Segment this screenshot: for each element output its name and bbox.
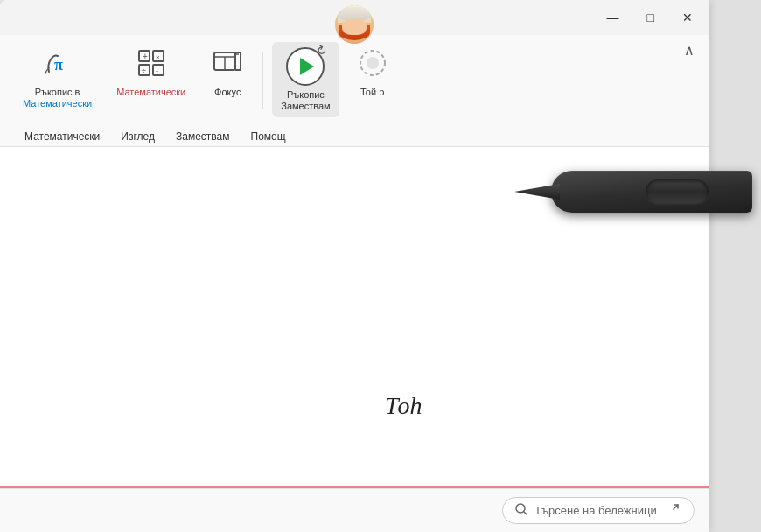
ribbon-item-partial[interactable]: Той р xyxy=(346,42,399,103)
math-label: Математически xyxy=(116,87,185,98)
ribbon-item-replay[interactable]: ↻ Ръкопис Замествам xyxy=(272,42,339,117)
ribbon: π Ръкопис в Математически xyxy=(0,35,709,147)
math-icon: + × ÷ - xyxy=(136,47,167,83)
right-edge xyxy=(709,0,761,532)
maximize-button[interactable]: □ xyxy=(642,7,660,28)
focus-icon xyxy=(212,47,243,83)
svg-text:-: - xyxy=(156,66,158,75)
svg-rect-4 xyxy=(153,65,164,75)
handwriting-math-label: Ръкопис в Математически xyxy=(23,87,92,109)
svg-point-13 xyxy=(367,57,379,69)
ribbon-item-math[interactable]: + × ÷ - Математически xyxy=(108,42,194,103)
ribbon-separator-1 xyxy=(262,52,263,108)
ribbon-item-focus[interactable]: Фокус xyxy=(201,42,254,103)
svg-text:+: + xyxy=(143,52,148,61)
minimize-button[interactable]: — xyxy=(602,7,625,28)
tab-help[interactable]: Помощ xyxy=(241,127,297,146)
svg-line-15 xyxy=(524,512,527,514)
ribbon-items: π Ръкопис в Математически xyxy=(14,42,695,121)
tab-math[interactable]: Математически xyxy=(14,127,110,146)
notebook-area[interactable]: Тоh xyxy=(0,147,709,488)
handwriting-math-icon: π xyxy=(42,47,73,83)
main-window: — □ ✕ π Ръкопис в Математически xyxy=(0,0,709,532)
search-box[interactable]: Търсене на бележници xyxy=(502,497,695,524)
tab-replace[interactable]: Замествам xyxy=(165,127,241,146)
bottom-bar: Търсене на бележници xyxy=(0,488,709,532)
svg-text:×: × xyxy=(156,53,160,61)
partial-icon xyxy=(357,47,388,83)
title-bar: — □ ✕ xyxy=(0,0,709,35)
focus-label: Фокус xyxy=(214,87,241,98)
ribbon-item-handwriting-math[interactable]: π Ръкопис в Математически xyxy=(14,42,101,115)
ribbon-collapse[interactable]: ∧ xyxy=(684,42,695,66)
search-icon xyxy=(515,503,527,518)
svg-text:÷: ÷ xyxy=(142,66,146,75)
avatar-image xyxy=(335,5,374,44)
expand-icon[interactable] xyxy=(667,503,680,518)
handwriting-text: Тоh xyxy=(385,392,422,420)
tab-view[interactable]: Изглед xyxy=(110,127,165,146)
partial-label: Той р xyxy=(360,87,384,98)
chevron-up-icon: ∧ xyxy=(684,42,695,59)
svg-text:π: π xyxy=(54,56,63,74)
close-button[interactable]: ✕ xyxy=(677,7,698,28)
search-placeholder: Търсене на бележници xyxy=(534,504,657,517)
replay-icon: ↻ xyxy=(286,47,325,86)
ribbon-tabs: Математически Изглед Замествам Помощ xyxy=(14,122,695,146)
avatar[interactable] xyxy=(335,5,374,44)
main-content: Тоh Търсене на бележници xyxy=(0,147,709,532)
window-controls: — □ ✕ xyxy=(602,7,698,28)
replay-label: Ръкопис Замествам xyxy=(281,89,330,112)
